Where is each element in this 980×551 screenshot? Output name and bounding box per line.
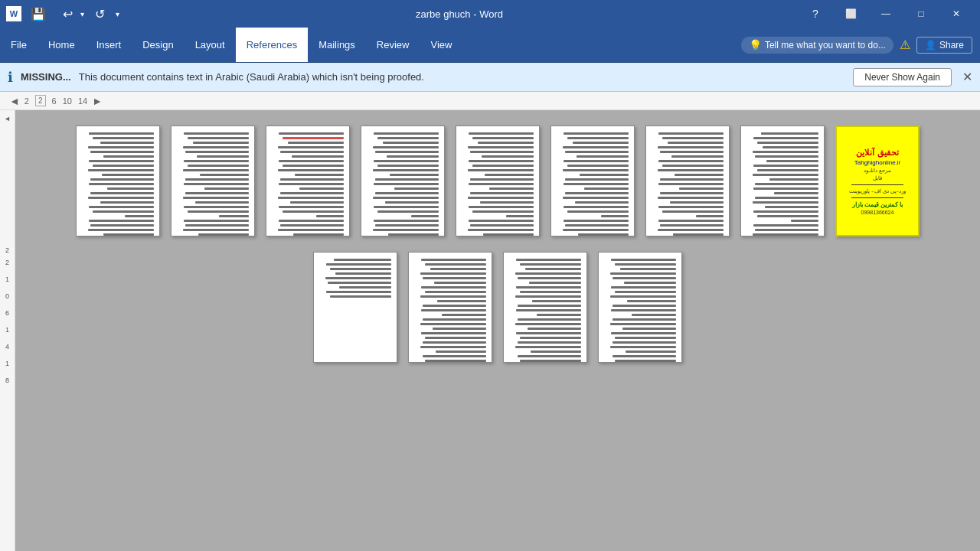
ruler-right-arrow[interactable]: ► [92,95,103,107]
pages-area[interactable]: تحقیق آنلاین Tahghighonline.ir مرجع دانل… [15,110,980,551]
ad-ref-label: مرجع دانلـود [864,168,891,174]
ad-formats: ورد-پی دی اف - پاورپوینت [849,188,905,194]
word-icon: W [6,6,21,21]
tab-design[interactable]: Design [132,28,184,62]
tab-layout[interactable]: Layout [185,28,236,62]
title-bar: W 💾 ↩ ▾ ↺ ▾ zarbe ghuch - Word ? ⬜ — □ ✕ [0,0,980,28]
info-message: This document contains text in Arabic (S… [79,71,846,83]
info-icon: ℹ [8,69,13,86]
page-thumb-9-ad[interactable]: تحقیق آنلاین Tahghighonline.ir مرجع دانل… [835,126,920,236]
vertical-ruler: ◄ 2 2 1 0 6 1 4 1 8 [0,110,15,551]
pages-row-1: تحقیق آنلاین Tahghighonline.ir مرجع دانل… [76,126,920,236]
page-thumb-7[interactable] [645,126,730,236]
ruler-numbers: 2 2 6 10 14 [24,95,87,106]
page-thumb-5[interactable] [456,126,540,236]
missing-label: MISSING... [21,71,71,83]
page-thumb-6[interactable] [550,126,635,236]
tell-me-input[interactable]: 💡 Tell me what you want to do... [741,37,893,54]
page-thumb-4[interactable] [361,126,445,236]
never-show-button[interactable]: Never Show Again [853,68,952,86]
undo-button[interactable]: ↩ [58,4,77,24]
redo-button[interactable]: ↺ [90,4,109,24]
page-thumb-11[interactable] [408,252,492,363]
ad-title: تحقیق آنلاین [856,147,898,158]
ad-site: Tahghighonline.ir [854,159,901,166]
tab-review[interactable]: Review [366,28,420,62]
quick-access-dropdown[interactable]: ▾ [114,7,121,21]
ruler-value: 2 [35,95,46,106]
close-button[interactable]: ✕ [939,0,974,28]
page-thumb-2[interactable] [171,126,255,236]
page-thumb-1[interactable] [76,126,160,236]
help-button[interactable]: ? [798,0,833,28]
info-close-button[interactable]: ✕ [962,70,972,84]
page-thumb-13[interactable] [598,252,682,363]
maximize-button[interactable]: □ [903,0,939,28]
page-thumb-12[interactable] [503,252,587,363]
ad-price-label: با کمترین قیمت بازار [852,201,903,208]
main-area: ◄ 2 2 1 0 6 1 4 1 8 [0,110,980,551]
tab-mailings[interactable]: Mailings [308,28,366,62]
v-ruler-numbers: 2 2 1 0 6 1 4 1 8 [5,246,9,389]
horizontal-ruler: ◄ 2 2 6 10 14 ► [0,92,980,110]
minimize-button[interactable]: — [868,0,903,28]
pages-row-2 [313,252,682,363]
ruler-left-arrow[interactable]: ◄ [9,95,20,107]
title-bar-left-controls: W 💾 ↩ ▾ ↺ ▾ [6,4,121,24]
document-title: zarbe ghuch - Word [121,8,798,20]
tab-view[interactable]: View [420,28,462,62]
ad-phone: 09981366624 [861,210,894,215]
tab-file[interactable]: File [0,28,38,62]
window-controls: ? ⬜ — □ ✕ [798,0,974,28]
tab-home[interactable]: Home [38,28,86,62]
page-thumb-10[interactable] [313,252,397,363]
tab-insert[interactable]: Insert [86,28,132,62]
tab-references[interactable]: References [236,28,308,62]
ribbon: File Home Insert Design Layout Reference… [0,28,980,63]
save-button[interactable]: 💾 [26,4,51,24]
page-thumb-8[interactable] [740,126,825,236]
share-button[interactable]: 👤 Share [916,37,972,54]
ad-file-label: فایل [873,175,882,181]
undo-group: ↩ ▾ [58,4,86,24]
page-thumb-3[interactable] [266,126,350,236]
warning-icon[interactable]: ⚠ [900,37,910,52]
undo-dropdown-button[interactable]: ▾ [79,7,86,21]
info-bar: ℹ MISSING... This document contains text… [0,63,980,92]
ribbon-right: 💡 Tell me what you want to do... ⚠ 👤 Sha… [741,28,980,62]
ad-content: تحقیق آنلاین Tahghighonline.ir مرجع دانل… [837,127,918,235]
ribbon-display-button[interactable]: ⬜ [833,0,868,28]
